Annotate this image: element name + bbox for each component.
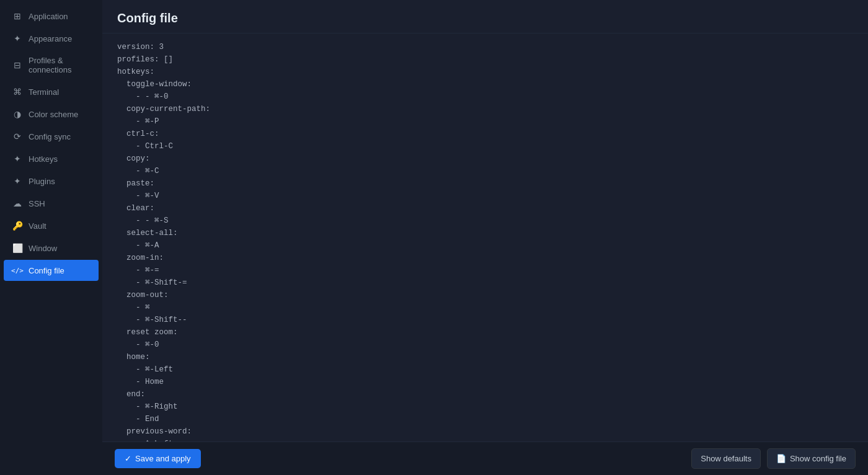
- config-file-icon: </>: [12, 265, 22, 275]
- sidebar-item-label: Config sync: [29, 132, 71, 141]
- ssh-icon: ☁: [12, 198, 22, 208]
- save-apply-button[interactable]: ✓ Save and apply: [115, 449, 201, 468]
- page-title: Config file: [117, 11, 853, 25]
- code-line: copy:: [117, 153, 853, 165]
- code-line: reset zoom:: [117, 326, 853, 339]
- sidebar-item-config-sync[interactable]: ⟳ Config sync: [4, 126, 99, 147]
- code-line: end:: [117, 388, 853, 401]
- code-line: - Home: [117, 376, 853, 388]
- code-line: copy-current-path:: [117, 103, 853, 115]
- sidebar-item-label: Profiles & connections: [29, 56, 90, 74]
- code-line: - ⌘-Shift--: [117, 314, 853, 326]
- code-line: zoom-in:: [117, 252, 853, 264]
- sidebar-item-label: Vault: [29, 221, 46, 231]
- show-config-label: Show config file: [790, 454, 846, 463]
- code-line: - ⌘-0: [117, 339, 853, 351]
- sidebar-item-vault[interactable]: 🔑 Vault: [4, 215, 99, 236]
- profiles-icon: ⊟: [12, 60, 22, 70]
- vault-icon: 🔑: [12, 221, 22, 231]
- code-line: - ⌘-Right: [117, 401, 853, 413]
- page-header: Config file: [102, 0, 868, 33]
- show-defaults-label: Show defaults: [701, 454, 751, 463]
- code-line: - - ⌘-0: [117, 91, 853, 103]
- code-line: select-all:: [117, 227, 853, 239]
- sidebar-item-label: Color scheme: [29, 110, 78, 119]
- footer-bar: ✓ Save and apply Show defaults 📄 Show co…: [102, 442, 868, 475]
- sidebar-item-config-file[interactable]: </> Config file: [4, 260, 99, 281]
- sidebar-item-label: Window: [29, 244, 57, 253]
- sidebar-item-ssh[interactable]: ☁ SSH: [4, 193, 99, 214]
- code-line: - - ⌘-S: [117, 215, 853, 227]
- code-line: home:: [117, 351, 853, 363]
- sidebar-item-color-scheme[interactable]: ◑ Color scheme: [4, 104, 99, 125]
- code-line: - ⌘-A: [117, 239, 853, 252]
- sidebar-item-label: Appearance: [29, 34, 72, 43]
- code-line: clear:: [117, 202, 853, 215]
- sidebar-item-label: Config file: [29, 266, 64, 275]
- code-line: hotkeys:: [117, 66, 853, 78]
- show-defaults-button[interactable]: Show defaults: [691, 448, 761, 469]
- color-scheme-icon: ◑: [12, 109, 22, 119]
- code-line: previous-word:: [117, 425, 853, 438]
- sidebar-item-terminal[interactable]: ⌘ Terminal: [4, 81, 99, 102]
- code-line: - ⌘-P: [117, 115, 853, 128]
- code-line: - ⌘-Shift-=: [117, 277, 853, 289]
- sidebar: ⊞ Application ✦ Appearance ⊟ Profiles & …: [0, 0, 102, 475]
- checkmark-icon: ✓: [125, 454, 131, 463]
- code-line: - ⌘-Left: [117, 363, 853, 376]
- sidebar-item-label: Terminal: [29, 87, 59, 97]
- sidebar-item-label: Application: [29, 12, 68, 21]
- appearance-icon: ✦: [12, 33, 22, 43]
- sidebar-item-application[interactable]: ⊞ Application: [4, 6, 99, 27]
- sidebar-item-hotkeys[interactable]: ✦ Hotkeys: [4, 148, 99, 169]
- footer-right-actions: Show defaults 📄 Show config file: [691, 448, 856, 469]
- code-line: - ⌘-=: [117, 264, 853, 277]
- config-sync-icon: ⟳: [12, 131, 22, 141]
- code-line: - ⌘-C: [117, 165, 853, 177]
- code-line: - End: [117, 413, 853, 425]
- sidebar-item-profiles[interactable]: ⊟ Profiles & connections: [4, 50, 99, 80]
- code-line: - ⌘: [117, 301, 853, 314]
- hotkeys-icon: ✦: [12, 154, 22, 164]
- code-line: - Ctrl-C: [117, 140, 853, 153]
- sidebar-item-label: SSH: [29, 199, 45, 208]
- config-editor[interactable]: version: 3profiles: []hotkeys: toggle-wi…: [102, 33, 868, 442]
- code-line: toggle-window:: [117, 78, 853, 91]
- code-line: - ⌘-V: [117, 190, 853, 202]
- application-icon: ⊞: [12, 11, 22, 21]
- file-icon: 📄: [776, 454, 786, 463]
- sidebar-item-window[interactable]: ⬜ Window: [4, 238, 99, 259]
- code-line: zoom-out:: [117, 289, 853, 301]
- code-line: profiles: []: [117, 53, 853, 66]
- show-config-button[interactable]: 📄 Show config file: [767, 448, 856, 469]
- main-content: Config file version: 3profiles: []hotkey…: [102, 0, 868, 475]
- code-line: paste:: [117, 177, 853, 190]
- sidebar-item-label: Hotkeys: [29, 154, 58, 164]
- code-line: ctrl-c:: [117, 128, 853, 140]
- code-line: version: 3: [117, 41, 853, 53]
- save-apply-label: Save and apply: [135, 454, 191, 463]
- plugins-icon: ✦: [12, 176, 22, 186]
- sidebar-item-appearance[interactable]: ✦ Appearance: [4, 28, 99, 49]
- sidebar-item-label: Plugins: [29, 177, 55, 186]
- window-icon: ⬜: [12, 243, 22, 253]
- terminal-icon: ⌘: [12, 87, 22, 97]
- sidebar-item-plugins[interactable]: ✦ Plugins: [4, 171, 99, 192]
